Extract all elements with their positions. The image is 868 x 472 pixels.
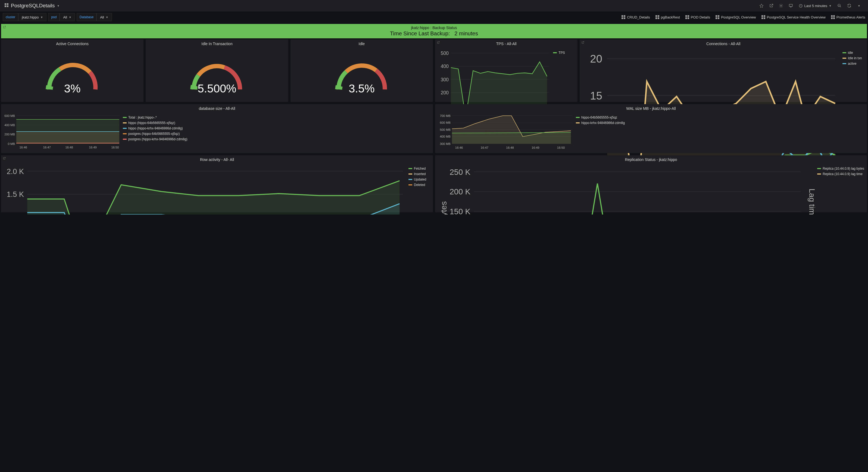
legend-item[interactable]: idle xyxy=(842,51,864,55)
dashboard-title[interactable]: PostgreSQLDetails xyxy=(11,3,55,9)
legend-item[interactable]: Fetched xyxy=(408,167,430,171)
wal-panel: WAL size MB - jkatz:hippo-All 700 MB 600… xyxy=(435,104,867,153)
nav-link-pgoverview[interactable]: PostgreSQL Overview xyxy=(716,15,756,19)
svg-text:16:46: 16:46 xyxy=(20,146,27,149)
legend-item[interactable]: hippo-krhx-94846986d-zdm8g xyxy=(576,121,625,125)
chart-legend: Fetched Inserted Updated Deleted xyxy=(408,165,430,214)
svg-text:300 MB: 300 MB xyxy=(440,142,451,145)
legend-item[interactable]: Deleted xyxy=(408,183,430,187)
filter-database-value[interactable]: All▼ xyxy=(96,13,112,21)
legend-item[interactable]: Updated xyxy=(408,178,430,181)
svg-rect-13 xyxy=(658,15,659,17)
panel-link-icon[interactable] xyxy=(3,26,6,30)
svg-rect-75 xyxy=(16,131,119,144)
nav-link-prometheus[interactable]: Prometheus Alerts xyxy=(831,15,865,19)
panel-grid-row3: Row activity - All- All 2.0 K 1.5 K 1.0 … xyxy=(0,155,868,214)
legend-item[interactable]: hippo (hippo-krhx-94846986d-zdm8g) xyxy=(123,126,187,130)
star-icon[interactable] xyxy=(757,1,766,10)
svg-rect-24 xyxy=(762,15,763,17)
svg-text:200 MB: 200 MB xyxy=(4,132,15,136)
svg-rect-21 xyxy=(718,15,719,17)
panel-title: Connections - All-All xyxy=(580,39,867,47)
legend-item[interactable]: Idle in txn xyxy=(842,56,864,60)
filter-pod: pod All▼ xyxy=(48,13,75,21)
svg-text:1.0 K: 1.0 K xyxy=(7,213,24,214)
legend-item[interactable]: Replica (10.44.0.9) lag bytes xyxy=(817,167,864,171)
svg-rect-23 xyxy=(718,18,719,19)
nav-link-health[interactable]: PostgreSQL Service Health Overview xyxy=(762,15,826,19)
panel-link-icon[interactable] xyxy=(437,41,440,45)
panel-title: database size - All-All xyxy=(1,104,433,112)
svg-rect-29 xyxy=(833,15,835,17)
svg-rect-28 xyxy=(831,15,833,17)
panel-link-icon[interactable] xyxy=(581,41,584,45)
svg-text:16:47: 16:47 xyxy=(481,146,489,149)
svg-text:600 MB: 600 MB xyxy=(440,121,451,124)
refresh-icon[interactable] xyxy=(845,1,854,10)
filter-pod-value[interactable]: All▼ xyxy=(60,13,75,21)
svg-rect-12 xyxy=(655,15,657,17)
nav-link-pod[interactable]: POD Details xyxy=(685,15,710,19)
legend-item[interactable]: Total : jkatz:hippo-.* xyxy=(123,116,187,119)
wal-chart: 700 MB 600 MB 500 MB 400 MB 300 MB 16:46… xyxy=(438,113,574,151)
legend-item[interactable]: postgres (hippo-krhx-94846986d-zdm8g) xyxy=(123,137,187,141)
row-activity-chart: 2.0 K 1.5 K 1.0 K 500 0 16:46:00 16:46:3… xyxy=(4,165,406,214)
svg-rect-19 xyxy=(687,18,689,19)
banner-subtitle: jkatz:hippo : Backup Status xyxy=(1,26,867,30)
svg-rect-5 xyxy=(789,4,793,6)
legend-item[interactable]: TPS xyxy=(553,51,575,55)
gauge-value: 3% xyxy=(64,82,81,95)
backup-status-banner: jkatz:hippo : Backup Status Time Since L… xyxy=(1,24,867,38)
filter-pod-label: pod xyxy=(48,13,60,21)
panel-title: Replication Status - jkatz:hippo xyxy=(435,155,867,163)
panel-grid-row2: database size - All-All 600 MB 400 MB 20… xyxy=(0,104,868,155)
gear-icon[interactable] xyxy=(776,1,786,10)
legend-item[interactable]: postgres (hippo-64b5665555-xj5qz) xyxy=(123,132,187,136)
gauge-value: 5.500% xyxy=(197,82,236,95)
svg-rect-30 xyxy=(831,18,833,19)
svg-rect-1 xyxy=(7,3,8,5)
legend-item[interactable]: Replica (10.44.0.9) lag time xyxy=(817,172,864,176)
svg-point-4 xyxy=(780,5,782,6)
nav-link-crud[interactable]: CRUD_Details xyxy=(621,15,650,19)
svg-rect-16 xyxy=(685,15,687,17)
legend-item[interactable]: Inserted xyxy=(408,172,430,176)
time-range-picker[interactable]: Last 5 minutes ▼ xyxy=(796,1,834,10)
banner-main: Time Since Last Backup: 2 minutes xyxy=(1,30,867,37)
svg-text:Lag in bytes: Lag in bytes xyxy=(439,201,448,214)
filter-cluster-label: cluster xyxy=(3,13,18,21)
chart-legend: Replica (10.44.0.9) lag bytes Replica (1… xyxy=(817,165,864,214)
gauge-value: 3.5% xyxy=(349,82,375,95)
idle-panel: Idle 3.5% xyxy=(290,39,433,102)
share-icon[interactable] xyxy=(767,1,776,10)
svg-text:20: 20 xyxy=(590,53,602,65)
legend-item[interactable]: active xyxy=(842,62,864,65)
svg-text:200: 200 xyxy=(441,90,449,95)
svg-rect-26 xyxy=(762,18,763,19)
dbsize-chart: 600 MB 400 MB 200 MB 0 MB 16:46 16:47 16… xyxy=(4,113,121,151)
legend-item[interactable]: hippo (hippo-64b5665555-xj5qz) xyxy=(123,121,187,125)
refresh-dropdown-icon[interactable]: ▼ xyxy=(855,1,864,10)
svg-text:16:48: 16:48 xyxy=(506,146,514,149)
replication-panel: Replication Status - jkatz:hippo 250 K 2… xyxy=(435,155,867,212)
panel-link-icon[interactable] xyxy=(3,157,6,160)
dbsize-panel: database size - All-All 600 MB 400 MB 20… xyxy=(1,104,433,153)
svg-text:16:49: 16:49 xyxy=(532,146,539,149)
svg-text:400 MB: 400 MB xyxy=(4,123,15,127)
svg-text:16:47: 16:47 xyxy=(43,146,51,149)
legend-item[interactable]: hippo-64b5665555-xj5qz xyxy=(576,116,625,119)
svg-rect-0 xyxy=(5,3,6,5)
panel-grid-row1: Active Connections 3% Idle In Transactio… xyxy=(0,39,868,104)
filter-cluster-value[interactable]: jkatz:hippo▼ xyxy=(18,13,46,21)
svg-text:16:46: 16:46 xyxy=(455,146,463,149)
panel-title: Idle xyxy=(290,39,433,47)
svg-text:Lag time (h:mm:ss): Lag time (h:mm:ss) xyxy=(808,189,815,214)
svg-text:15: 15 xyxy=(590,90,602,102)
svg-text:0 MB: 0 MB xyxy=(8,142,15,145)
chart-legend: hippo-64b5665555-xj5qz hippo-krhx-948469… xyxy=(576,113,625,151)
zoom-out-icon[interactable] xyxy=(835,1,844,10)
monitor-icon[interactable] xyxy=(786,1,796,10)
chevron-down-icon: ▼ xyxy=(57,4,60,7)
nav-link-pgbackrest[interactable]: pgBackRest xyxy=(655,15,680,19)
nav-links: CRUD_Details pgBackRest POD Details Post… xyxy=(621,15,865,19)
